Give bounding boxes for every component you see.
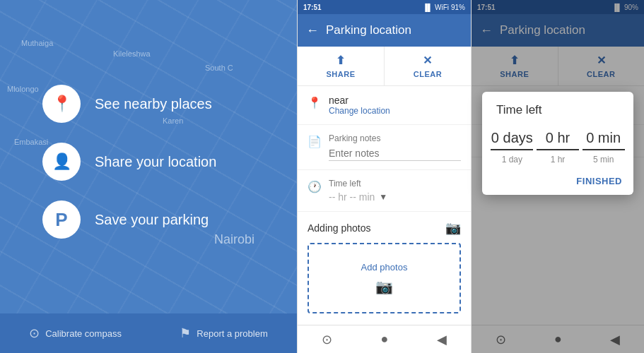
notes-input[interactable] bbox=[329, 146, 461, 161]
share-action-btn[interactable]: ⬆ SHARE bbox=[298, 47, 385, 85]
menu-items-list: 📍 See nearby places 👤 Share your locatio… bbox=[42, 85, 216, 239]
days-value: 0 days bbox=[491, 130, 533, 150]
map-panel: Muthaiga Kileleshwa South C Mlolongo Yay… bbox=[0, 0, 297, 353]
map-label-kileleshwa: Kileleshwa bbox=[113, 49, 151, 58]
status-icons-2: ▐▌ WiFi 91% bbox=[423, 4, 465, 11]
wifi-icon-2: WiFi bbox=[435, 4, 449, 11]
time-left-dialog: Time left 0 days 1 day 0 hr 1 hr 0 min 5… bbox=[482, 92, 633, 195]
hr-sub: 1 hr bbox=[551, 155, 566, 164]
days-sub: 1 day bbox=[502, 155, 522, 164]
add-photo-icon: 📷 bbox=[375, 278, 393, 295]
notes-row: 📄 Parking notes bbox=[298, 125, 471, 170]
parking-icon-circle: P bbox=[42, 201, 81, 239]
min-value: 0 min bbox=[582, 130, 625, 150]
battery-icon-2: 91% bbox=[451, 4, 465, 11]
min-picker[interactable]: 0 min 5 min bbox=[582, 130, 625, 164]
share-label: Share your location bbox=[95, 154, 216, 170]
time-label: Time left bbox=[329, 179, 461, 189]
dialog-panel: 17:51 ▐▌ 90% ← Parking location ⬆ SHARE … bbox=[471, 0, 644, 353]
nearby-icon-circle: 📍 bbox=[42, 85, 81, 123]
bottom-nav-home-2[interactable]: ● bbox=[381, 332, 389, 347]
hr-picker[interactable]: 0 hr 1 hr bbox=[537, 130, 579, 164]
clear-action-label: CLEAR bbox=[414, 70, 442, 78]
time-picker-row: -- hr -- min ▼ bbox=[329, 191, 461, 203]
map-label-southc: South C bbox=[205, 64, 233, 72]
menu-item-share[interactable]: 👤 Share your location bbox=[42, 143, 216, 181]
dialog-actions: FINISHED bbox=[482, 170, 633, 195]
report-label: Report a problem bbox=[197, 328, 267, 339]
photos-title: Adding photos bbox=[308, 222, 371, 234]
action-row-2: ⬆ SHARE ✕ CLEAR bbox=[298, 47, 471, 86]
camera-icon-btn[interactable]: 📷 bbox=[445, 220, 461, 236]
status-bar-2: 17:51 ▐▌ WiFi 91% bbox=[298, 0, 471, 14]
signal-icon-2: ▐▌ bbox=[423, 4, 433, 11]
add-photo-label: Add photos bbox=[361, 262, 408, 273]
change-location-link[interactable]: Change location bbox=[329, 106, 461, 116]
map-bottom-bar: ⊙ Calibrate compass ⚑ Report a problem bbox=[0, 313, 297, 353]
menu-item-parking[interactable]: P Save your parking bbox=[42, 201, 216, 239]
clear-action-btn[interactable]: ✕ CLEAR bbox=[385, 47, 471, 85]
days-picker[interactable]: 0 days 1 day bbox=[491, 130, 533, 164]
person-icon: 👤 bbox=[52, 152, 71, 171]
time-dropdown-arrow[interactable]: ▼ bbox=[379, 192, 387, 202]
parking-p-icon: P bbox=[55, 209, 67, 231]
photos-section: Adding photos 📷 Add photos 📷 bbox=[298, 212, 471, 322]
add-photo-box[interactable]: Add photos 📷 bbox=[308, 243, 461, 313]
location-pin-form-icon: 📍 bbox=[308, 96, 322, 109]
nav-title-2: Parking location bbox=[326, 23, 411, 37]
nearby-label: See nearby places bbox=[95, 96, 212, 112]
nav-header-2: ← Parking location bbox=[298, 14, 471, 47]
parking-label: Save your parking bbox=[95, 212, 209, 228]
time-row: 🕐 Time left -- hr -- min ▼ bbox=[298, 170, 471, 212]
bottom-nav-back-2[interactable]: ◀ bbox=[437, 332, 447, 347]
notes-content: Parking notes bbox=[329, 133, 461, 161]
parking-form-panel: 17:51 ▐▌ WiFi 91% ← Parking location ⬆ S… bbox=[297, 0, 471, 353]
time-icon: 🕐 bbox=[308, 180, 322, 193]
bottom-nav-compass-2[interactable]: ⊙ bbox=[322, 332, 332, 347]
back-button-2[interactable]: ← bbox=[306, 23, 319, 38]
menu-item-nearby[interactable]: 📍 See nearby places bbox=[42, 85, 216, 123]
bottom-nav-2: ⊙ ● ◀ bbox=[298, 325, 471, 353]
location-name-text: near bbox=[329, 95, 461, 106]
clear-action-icon: ✕ bbox=[423, 54, 433, 67]
time-placeholder-text: -- hr -- min bbox=[329, 191, 375, 203]
status-time-2: 17:51 bbox=[303, 4, 322, 11]
location-row: 📍 near Change location bbox=[298, 86, 471, 125]
location-content: near Change location bbox=[329, 95, 461, 116]
form-body-2: 📍 near Change location 📄 Parking notes 🕐… bbox=[298, 86, 471, 325]
notes-icon: 📄 bbox=[308, 135, 322, 148]
report-icon: ⚑ bbox=[180, 325, 191, 341]
photos-header: Adding photos 📷 bbox=[308, 220, 461, 236]
calibrate-label: Calibrate compass bbox=[45, 328, 122, 339]
dialog-title: Time left bbox=[482, 92, 633, 124]
nairobi-label: Nairobi bbox=[214, 232, 254, 247]
time-content: Time left -- hr -- min ▼ bbox=[329, 179, 461, 203]
calibrate-compass-btn[interactable]: ⊙ Calibrate compass bbox=[29, 325, 122, 341]
dialog-picker-row: 0 days 1 day 0 hr 1 hr 0 min 5 min bbox=[482, 124, 633, 170]
compass-icon: ⊙ bbox=[29, 325, 40, 341]
report-problem-btn[interactable]: ⚑ Report a problem bbox=[180, 325, 267, 341]
map-label-mlolongo: Mlolongo bbox=[7, 85, 39, 93]
notes-label: Parking notes bbox=[329, 133, 461, 143]
hr-value: 0 hr bbox=[537, 130, 579, 150]
map-label-muthaiga: Muthaiga bbox=[21, 39, 53, 47]
share-icon-circle: 👤 bbox=[42, 143, 81, 181]
min-sub: 5 min bbox=[593, 155, 614, 164]
location-pin-icon: 📍 bbox=[52, 95, 71, 113]
finished-button[interactable]: FINISHED bbox=[576, 176, 622, 186]
share-action-icon: ⬆ bbox=[336, 54, 346, 67]
share-action-label: SHARE bbox=[326, 70, 355, 78]
